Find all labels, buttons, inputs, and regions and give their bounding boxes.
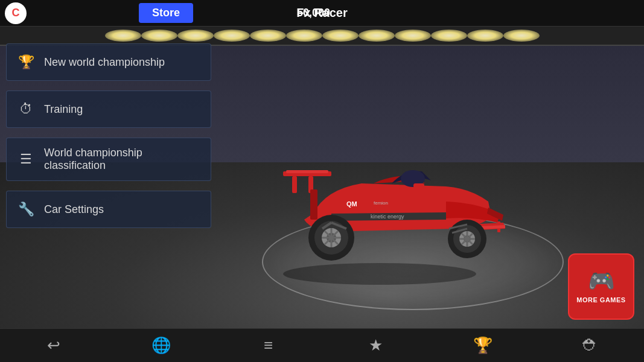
car-display: kinetic energy: [253, 135, 506, 292]
wrench-icon: 🔧: [16, 200, 36, 219]
light-8: [359, 30, 395, 42]
bottom-bar: ↩🌐≡★🏆⛑: [0, 328, 644, 362]
light-4: [214, 30, 250, 42]
main-menu: 🏆New world championship⏱Training☰World c…: [0, 33, 217, 239]
bottom-trophy-button[interactable]: 🏆: [468, 331, 498, 361]
svg-rect-32: [413, 183, 424, 188]
menu-item-classification[interactable]: ☰World championship classification: [6, 138, 211, 181]
panel-5: [322, 45, 403, 46]
trophy-icon: 🏆: [16, 52, 36, 72]
svg-rect-4: [286, 170, 328, 173]
panel-8: [564, 45, 644, 46]
header: C 50,000 Store Fx Racer: [0, 0, 644, 27]
light-6: [286, 30, 322, 42]
svg-point-0: [283, 263, 476, 285]
gamepad-icon: 🎮: [588, 268, 615, 294]
list-icon: ☰: [16, 150, 36, 169]
bottom-menu-list-button[interactable]: ≡: [253, 331, 284, 361]
svg-rect-2: [292, 176, 297, 193]
menu-label-training: Training: [44, 103, 83, 116]
svg-rect-24: [310, 189, 317, 220]
menu-label-car-settings: Car Settings: [44, 203, 104, 216]
stopwatch-icon: ⏱: [16, 100, 36, 119]
panel-6: [403, 45, 483, 46]
svg-text:femion: femion: [374, 200, 388, 206]
menu-item-training[interactable]: ⏱Training: [6, 91, 211, 128]
bottom-star-button[interactable]: ★: [360, 331, 391, 361]
more-games-label: MORE GAMES: [576, 296, 625, 304]
light-9: [395, 30, 431, 42]
svg-text:QM: QM: [346, 200, 357, 208]
light-11: [467, 30, 503, 42]
menu-item-new-championship[interactable]: 🏆New world championship: [6, 43, 211, 81]
more-games-button[interactable]: 🎮 MORE GAMES: [568, 253, 634, 320]
store-button[interactable]: Store: [139, 3, 193, 23]
bottom-globe-button[interactable]: 🌐: [146, 331, 176, 361]
menu-item-car-settings[interactable]: 🔧Car Settings: [6, 191, 211, 228]
panel-7: [483, 45, 563, 46]
app-title: Fx Racer: [296, 6, 348, 20]
menu-label-new-championship: New world championship: [44, 56, 165, 69]
bottom-helmet-button[interactable]: ⛑: [575, 331, 605, 361]
light-5: [250, 30, 286, 42]
light-10: [431, 30, 467, 42]
light-12: [503, 30, 540, 42]
svg-rect-31: [389, 185, 400, 189]
panel-4: [241, 45, 322, 46]
bottom-back-button[interactable]: ↩: [39, 331, 69, 361]
light-7: [322, 30, 359, 42]
menu-label-classification: World championship classification: [44, 147, 201, 172]
svg-text:kinetic energy: kinetic energy: [371, 214, 404, 220]
